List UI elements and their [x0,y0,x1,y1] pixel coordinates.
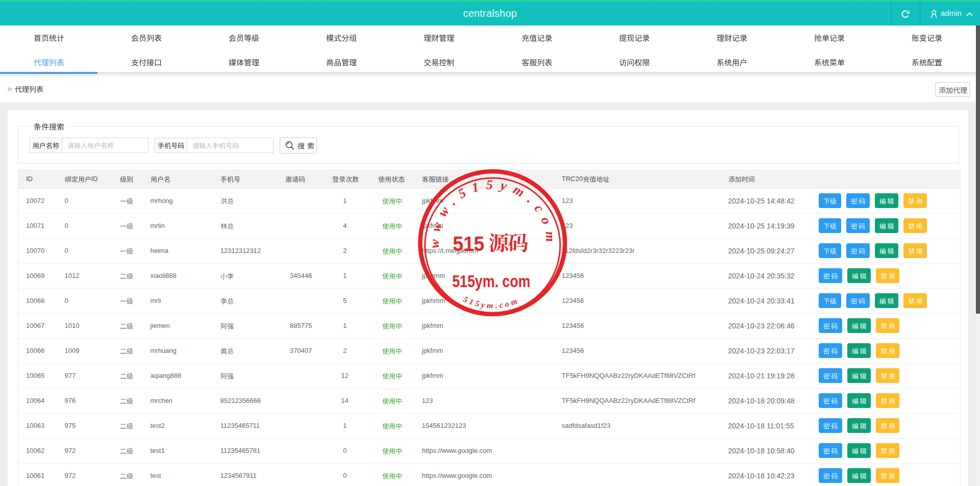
svg-text:515ym. com: 515ym. com [452,271,530,291]
svg-text:515: 515 [453,232,484,255]
svg-text:515ym.com: 515ym.com [462,295,520,310]
